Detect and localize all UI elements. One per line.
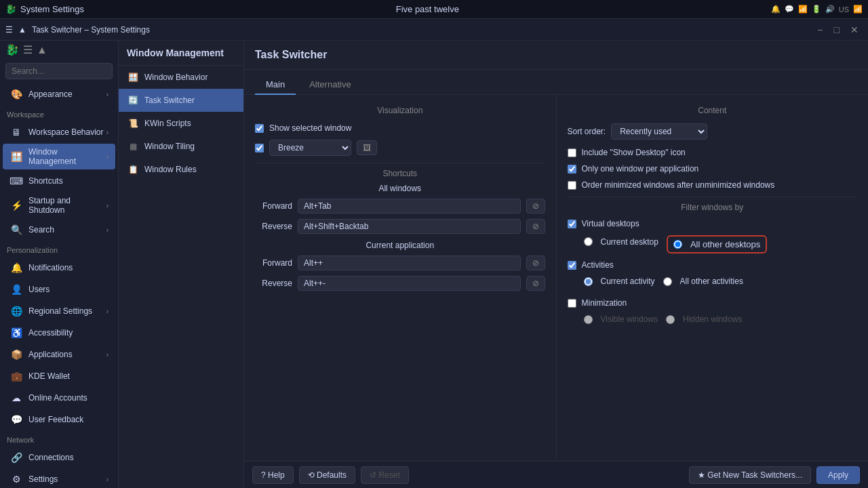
all-other-activities-radio[interactable]: [663, 277, 672, 286]
forward-all-clear-button[interactable]: ⊘: [526, 199, 545, 214]
apply-button[interactable]: Apply: [816, 466, 860, 484]
sidebar-item-applications[interactable]: 📦 Applications ›: [3, 344, 115, 365]
sidebar-item-startup-shutdown[interactable]: ⚡ Startup and Shutdown ›: [3, 192, 115, 218]
submenu-title: Window Management: [119, 41, 243, 66]
current-activity-radio[interactable]: [584, 277, 593, 286]
sidebar-item-network-settings[interactable]: ⚙ Settings ›: [3, 469, 115, 488]
sidebar-item-window-management[interactable]: 🪟 Window Management ›: [3, 144, 115, 169]
network-icon[interactable]: 📶: [798, 5, 808, 14]
sidebar-item-connections[interactable]: 🔗 Connections: [3, 447, 115, 468]
sidebar-item-appearance[interactable]: 🎨 Appearance ›: [3, 84, 115, 104]
activities-checkbox[interactable]: [568, 261, 576, 270]
minimize-button[interactable]: −: [813, 23, 827, 37]
help-button[interactable]: ? Help: [252, 466, 294, 484]
all-other-desktops-radio[interactable]: [673, 240, 682, 249]
visible-windows-radio-group: Visible windows: [584, 314, 658, 324]
submenu-item-task-switcher[interactable]: 🔄 Task Switcher: [119, 89, 243, 112]
sidebar-item-regional-settings[interactable]: 🌐 Regional Settings ›: [3, 301, 115, 321]
tab-main[interactable]: Main: [255, 75, 296, 95]
settings-right-panel: Content Sort order: Recently used Alphab…: [557, 95, 869, 461]
reverse-all-clear-button[interactable]: ⊘: [526, 219, 545, 234]
notification-icon[interactable]: 🔔: [771, 5, 781, 14]
personalization-section-label: Personalization: [0, 241, 118, 257]
all-other-activities-label: All other activities: [680, 277, 743, 286]
get-new-task-switchers-button[interactable]: ★ Get New Task Switchers...: [689, 466, 811, 484]
visible-windows-label: Visible windows: [601, 314, 658, 324]
up-icon[interactable]: ▲: [18, 25, 26, 35]
current-activity-radio-group: Current activity: [584, 277, 655, 286]
maximize-button[interactable]: □: [830, 23, 844, 37]
one-window-per-app-row: Only one window per application: [568, 164, 858, 174]
settings-panel: Task Switcher Main Alternative Visualiza…: [244, 41, 868, 488]
tab-alternative[interactable]: Alternative: [298, 75, 361, 95]
reverse-current-clear-button[interactable]: ⊘: [526, 276, 545, 291]
current-desktop-label: Current desktop: [601, 237, 658, 247]
reverse-all-input[interactable]: [298, 219, 521, 234]
all-other-activities-radio-group: All other activities: [663, 277, 743, 286]
minimization-checkbox[interactable]: [568, 299, 576, 308]
volume-icon[interactable]: 🔊: [825, 5, 835, 14]
hidden-windows-radio[interactable]: [666, 315, 675, 324]
show-selected-window-label: Show selected window: [269, 123, 351, 133]
sidebar-item-shortcuts[interactable]: ⌨ Shortcuts: [3, 171, 115, 191]
applications-icon: 📦: [9, 348, 23, 361]
theme-preview-button[interactable]: 🖼: [357, 140, 377, 155]
reverse-current-row: Reverse ⊘: [255, 276, 545, 291]
submenu-item-window-tiling[interactable]: ▦ Window Tiling: [119, 135, 243, 158]
sidebar-item-label: Regional Settings: [28, 306, 106, 316]
submenu-item-label: Window Tiling: [144, 142, 195, 151]
virtual-desktops-checkbox[interactable]: [568, 220, 576, 228]
sidebar-item-label: Startup and Shutdown: [28, 196, 106, 215]
include-show-desktop-checkbox[interactable]: [568, 148, 576, 157]
submenu-item-kwin-scripts[interactable]: 📜 KWin Scripts: [119, 112, 243, 135]
theme-checkbox[interactable]: [255, 144, 264, 152]
hamburger-icon[interactable]: ☰: [23, 43, 33, 56]
reverse-label: Reverse: [255, 222, 292, 231]
sidebar-item-label: Connections: [28, 453, 108, 462]
accessibility-icon: ♿: [9, 326, 23, 340]
forward-current-input[interactable]: [298, 256, 521, 270]
show-selected-window-checkbox[interactable]: [255, 124, 264, 133]
network-settings-icon: ⚙: [9, 472, 23, 486]
search-icon: 🔍: [9, 223, 23, 237]
forward-current-clear-button[interactable]: ⊘: [526, 256, 545, 270]
chat-icon[interactable]: 💬: [785, 5, 794, 14]
current-desktop-radio[interactable]: [584, 237, 593, 246]
one-window-per-app-checkbox[interactable]: [568, 165, 576, 174]
order-minimized-checkbox[interactable]: [568, 181, 576, 190]
sidebar-item-search[interactable]: 🔍 Search ›: [3, 220, 115, 240]
home-nav-icon[interactable]: ▲: [37, 44, 47, 56]
language-indicator[interactable]: US: [839, 5, 849, 14]
all-windows-label: All windows: [255, 184, 545, 193]
search-input[interactable]: [5, 63, 113, 79]
menu-icon[interactable]: ☰: [5, 25, 13, 35]
reverse-all-row: Reverse ⊘: [255, 219, 545, 234]
submenu-item-window-rules[interactable]: 📋 Window Rules: [119, 158, 243, 181]
defaults-button[interactable]: ⟲ Defaults: [299, 466, 355, 484]
wifi-icon[interactable]: 📶: [853, 5, 863, 14]
settings-panel-title: Task Switcher: [244, 41, 868, 70]
sidebar-item-accessibility[interactable]: ♿ Accessibility: [3, 323, 115, 343]
sidebar-item-label: Online Accounts: [28, 393, 108, 403]
battery-icon[interactable]: 🔋: [812, 5, 821, 14]
window-behavior-sub-icon: 🪟: [127, 71, 139, 83]
forward-all-input[interactable]: [298, 199, 521, 214]
theme-select[interactable]: Breeze Thumbnail Grid Text Only: [269, 140, 351, 156]
sidebar-item-label: Users: [28, 285, 108, 294]
connections-icon: 🔗: [9, 451, 23, 464]
sidebar-item-notifications[interactable]: 🔔 Notifications: [3, 258, 115, 278]
close-button[interactable]: ✕: [846, 23, 863, 37]
content-area: Window Management 🪟 Window Behavior 🔄 Ta…: [119, 41, 868, 488]
sidebar-item-users[interactable]: 👤 Users: [3, 279, 115, 300]
sidebar-item-label: KDE Wallet: [28, 371, 108, 381]
bottom-right-buttons: ★ Get New Task Switchers... Apply: [689, 466, 860, 484]
sidebar-item-workspace-behavior[interactable]: 🖥 Workspace Behavior ›: [3, 122, 115, 142]
sidebar-item-user-feedback[interactable]: 💬 User Feedback: [3, 409, 115, 430]
sort-order-select[interactable]: Recently used Alphabetically By window c…: [611, 123, 707, 140]
sidebar-item-online-accounts[interactable]: ☁ Online Accounts: [3, 388, 115, 408]
reset-button[interactable]: ↺ Reset: [361, 466, 409, 484]
submenu-item-window-behavior[interactable]: 🪟 Window Behavior: [119, 66, 243, 89]
visible-windows-radio[interactable]: [584, 315, 593, 324]
sidebar-item-kde-wallet[interactable]: 💼 KDE Wallet: [3, 366, 115, 386]
reverse-current-input[interactable]: [298, 276, 521, 291]
